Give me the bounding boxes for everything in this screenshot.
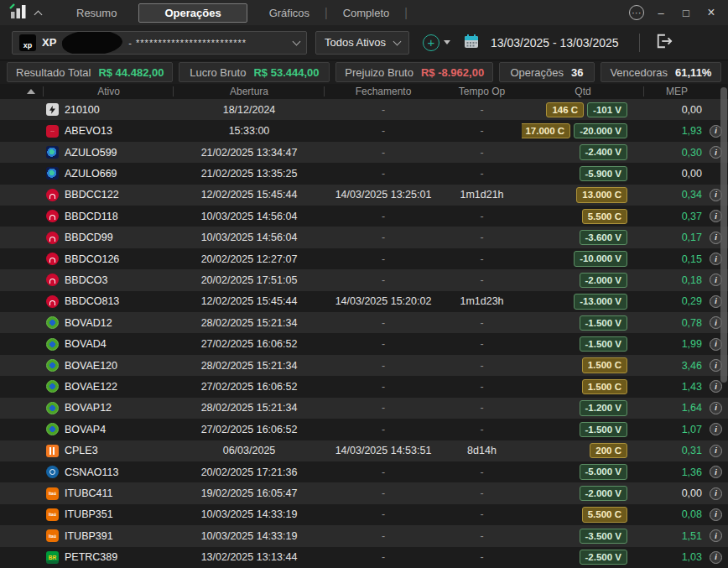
asset-name: BOVAP4 (65, 424, 106, 435)
table-row[interactable]: CSNAO11320/02/2025 17:21:36---5.000 V1,3… (0, 461, 728, 482)
asset-name: BOVAD4 (65, 338, 107, 350)
row-info-icon[interactable]: i (710, 487, 722, 500)
open-datetime: 10/03/2025 14:56:04 (174, 232, 325, 243)
asset-cell: BOVAP12 (44, 402, 174, 414)
minimize-icon[interactable]: – (653, 7, 669, 19)
table-row[interactable]: BBDCO320/02/2025 17:51:05---2.000 V0,18i (0, 269, 728, 290)
stat-vencedoras: Vencedoras 61,11% (601, 62, 721, 82)
open-datetime: 12/02/2025 15:45:44 (174, 295, 325, 307)
stat-value: R$ 53.444,00 (253, 66, 319, 79)
mep-value: 0,00 (644, 104, 710, 116)
asset-name: BOVAD12 (65, 317, 112, 329)
tab-graficos[interactable]: Gráficos (257, 3, 321, 23)
row-info-icon[interactable]: i (710, 445, 722, 457)
quantity-cell: 146 C-101 V (522, 102, 644, 117)
table-row[interactable]: BOVAE12227/02/2025 16:06:52--1.500 C1,43… (0, 376, 728, 397)
qtd-badge-sell: -2.400 V (580, 144, 627, 159)
calendar-icon[interactable] (464, 34, 479, 52)
menu-ellipsis-icon[interactable]: ··· (629, 5, 644, 20)
date-range-value[interactable]: 13/03/2025 - 13/03/2025 (491, 36, 619, 50)
table-row[interactable]: BBDCD11810/03/2025 14:56:04--5.500 C0,37… (0, 206, 728, 227)
row-actions-cell: i (710, 402, 728, 414)
asset-cell: ItaúITUBP351 (44, 508, 174, 521)
open-datetime: 20/02/2025 17:21:36 (174, 466, 325, 478)
table-row[interactable]: AZULO66921/02/2025 13:35:25---5.900 V0,0… (0, 163, 728, 184)
column-header-tempo-op[interactable]: Tempo Op (442, 84, 522, 99)
asset-filter-select[interactable]: Todos Ativos (315, 31, 409, 55)
stat-value: R$ 44.482,00 (98, 66, 164, 79)
row-info-icon[interactable]: i (710, 529, 722, 542)
vertical-scrollbar-thumb[interactable] (720, 87, 727, 383)
mep-value: 0,78 (644, 317, 710, 329)
column-header-mep[interactable]: MEP (644, 84, 710, 99)
row-info-icon[interactable]: i (710, 508, 722, 521)
table-row[interactable]: BBDCO12620/02/2025 12:27:07---10.000 V0,… (0, 248, 728, 269)
add-operation-button[interactable]: + (423, 34, 450, 51)
row-info-icon[interactable]: i (710, 402, 722, 414)
mep-value: 0,00 (644, 487, 710, 499)
table-row[interactable]: BOVAD427/02/2025 16:06:52---1.500 V1,99i (0, 333, 728, 354)
stat-operacoes: Operações 36 (499, 62, 595, 82)
close-icon[interactable]: × (703, 5, 720, 20)
tab-resumo[interactable]: Resumo (65, 3, 128, 23)
table-row[interactable]: BBDCO81312/02/2025 15:45:4414/03/2025 15… (0, 291, 728, 312)
close-datetime: - (325, 466, 442, 478)
table-row[interactable]: AZULO59921/02/2025 13:34:47---2.400 V0,3… (0, 142, 728, 163)
table-row[interactable]: 21010018/12/2024--146 C-101 V0,00 (0, 99, 728, 120)
table-row[interactable]: ItaúITUBP39110/03/2025 14:33:19---3.500 … (0, 525, 728, 546)
asset-cell: BOVAD12 (44, 316, 174, 329)
row-info-icon[interactable]: i (710, 423, 722, 435)
table-row[interactable]: CPLE306/03/202514/03/2025 14:53:518d14h2… (0, 440, 728, 461)
row-actions-cell: i (710, 487, 728, 500)
column-header-abertura[interactable]: Abertura (174, 84, 325, 99)
row-info-icon[interactable]: i (710, 466, 722, 478)
redacted-account-name (61, 31, 123, 55)
bova-globe-icon (46, 423, 59, 435)
maximize-icon[interactable]: □ (678, 7, 694, 19)
open-datetime: 21/02/2025 13:34:47 (174, 147, 325, 159)
asset-cell: 210100 (44, 103, 174, 116)
chevron-up-icon[interactable] (34, 10, 43, 18)
table-row[interactable]: BOVAP427/02/2025 16:06:52---1.500 V1,07i (0, 419, 728, 440)
export-icon[interactable] (655, 33, 673, 53)
asset-name: ITUBC411 (65, 487, 112, 499)
asset-filter-value: Todos Ativos (325, 36, 386, 49)
account-select[interactable]: xp XP - ************************* (12, 31, 307, 55)
qtd-badge-buy: 17.000 C (522, 123, 570, 138)
operations-table: Ativo Abertura Fechamento Tempo Op Qtd M… (0, 84, 728, 568)
row-info-icon[interactable]: i (710, 380, 722, 393)
table-row[interactable]: ItaúITUBC41119/02/2025 16:05:47---2.000 … (0, 482, 728, 503)
column-header-ativo[interactable]: Ativo (44, 84, 174, 99)
tab-operacoes[interactable]: Operações (138, 3, 247, 23)
table-row[interactable]: BBDCD9910/03/2025 14:56:04---3.600 V0,17… (0, 227, 728, 248)
table-row[interactable]: BRPETRC38913/02/2025 13:13:44---2.500 V1… (0, 547, 728, 568)
table-row[interactable]: ~~ABEVO1315:33:00--17.000 C-20.000 V1,93… (0, 120, 728, 141)
close-datetime: - (325, 274, 442, 286)
table-row[interactable]: BBDCC12212/02/2025 15:45:4414/03/2025 13… (0, 185, 728, 206)
row-info-icon[interactable]: i (710, 551, 722, 564)
close-datetime: - (325, 253, 442, 265)
table-row[interactable]: BOVAD1228/02/2025 15:21:34---1.500 V0,78… (0, 312, 728, 333)
open-datetime: 28/02/2025 15:21:34 (174, 317, 325, 329)
column-header-fechamento[interactable]: Fechamento (325, 84, 442, 99)
open-datetime: 10/03/2025 14:33:19 (174, 508, 325, 520)
asset-name: CSNAO113 (65, 466, 118, 478)
table-row[interactable]: ItaúITUBP35110/03/2025 14:33:19--5.500 C… (0, 504, 728, 525)
asset-cell: BOVAE120 (44, 359, 174, 372)
operation-duration: - (442, 317, 522, 329)
bar-chart-logo-icon (8, 3, 29, 23)
flash-icon (46, 103, 59, 116)
table-row[interactable]: BOVAP1228/02/2025 15:21:34---1.200 V1,64… (0, 398, 728, 419)
column-header-qtd[interactable]: Qtd (522, 84, 644, 99)
bradesco-logo-icon (46, 232, 59, 244)
add-circle-icon: + (423, 34, 439, 51)
table-row[interactable]: BOVAE12028/02/2025 15:21:34--1.500 C3,46… (0, 355, 728, 376)
quantity-cell: -3.500 V (522, 529, 644, 544)
azul-logo-icon (46, 146, 59, 159)
asset-name: BBDCO3 (65, 274, 107, 286)
operation-duration: 1m1d23h (442, 295, 522, 307)
row-actions-cell: i (710, 423, 728, 435)
tab-completo[interactable]: Completo (331, 3, 402, 23)
quantity-cell: -13.000 V (522, 294, 644, 309)
column-header-sort[interactable] (0, 84, 44, 99)
